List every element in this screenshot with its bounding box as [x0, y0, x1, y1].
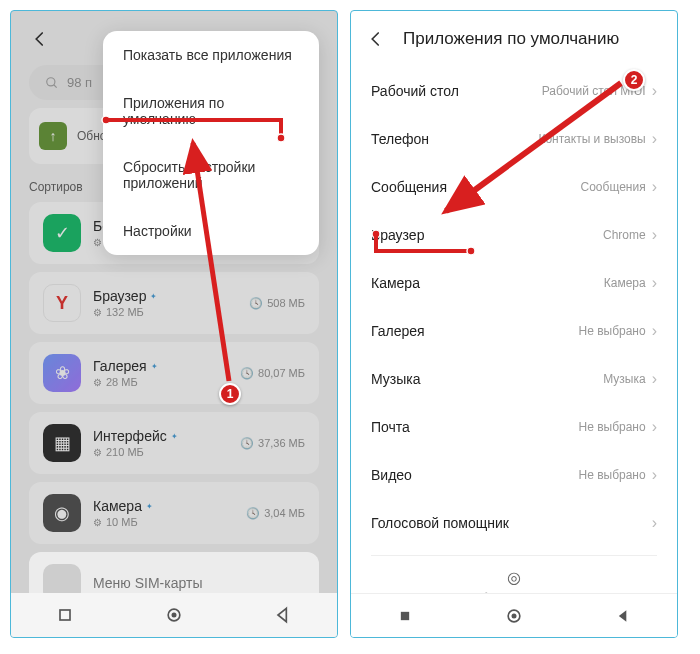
- row-phone[interactable]: ТелефонКонтакты и вызовы›: [371, 115, 657, 163]
- menu-item-settings[interactable]: Настройки: [103, 207, 319, 255]
- reset-icon: ◎: [371, 568, 657, 587]
- header: Приложения по умолчанию: [351, 11, 677, 67]
- default-apps-list: Рабочий столРабочий стол MIUI› ТелефонКо…: [351, 67, 677, 611]
- row-gallery[interactable]: ГалереяНе выбрано›: [371, 307, 657, 355]
- row-messages[interactable]: СообщенияСообщения›: [371, 163, 657, 211]
- chevron-right-icon: ›: [652, 82, 657, 100]
- nav-home-icon[interactable]: [504, 606, 524, 626]
- phone-right: Приложения по умолчанию Рабочий столРабо…: [350, 10, 678, 638]
- svg-rect-6: [401, 611, 409, 619]
- nav-recent-icon[interactable]: [55, 605, 75, 625]
- row-assistant[interactable]: Голосовой помощник›: [371, 499, 657, 547]
- chevron-right-icon: ›: [652, 466, 657, 484]
- menu-item-default-apps[interactable]: Приложения по умолчанию: [103, 79, 319, 143]
- chevron-right-icon: ›: [652, 226, 657, 244]
- row-launcher[interactable]: Рабочий столРабочий стол MIUI›: [371, 67, 657, 115]
- svg-point-8: [511, 613, 516, 618]
- chevron-right-icon: ›: [652, 370, 657, 388]
- chevron-right-icon: ›: [652, 514, 657, 532]
- svg-rect-1: [60, 610, 70, 620]
- menu-item-reset-prefs[interactable]: Сбросить настройки приложений: [103, 143, 319, 207]
- row-camera[interactable]: КамераКамера›: [371, 259, 657, 307]
- chevron-right-icon: ›: [652, 178, 657, 196]
- nav-recent-icon[interactable]: [395, 606, 415, 626]
- nav-bar: [351, 593, 677, 637]
- nav-home-icon[interactable]: [164, 605, 184, 625]
- chevron-right-icon: ›: [652, 274, 657, 292]
- overflow-menu: Показать все приложения Приложения по ум…: [103, 31, 319, 255]
- page-title: Приложения по умолчанию: [403, 29, 619, 49]
- nav-back-icon[interactable]: [273, 605, 293, 625]
- chevron-right-icon: ›: [652, 418, 657, 436]
- row-video[interactable]: ВидеоНе выбрано›: [371, 451, 657, 499]
- chevron-right-icon: ›: [652, 130, 657, 148]
- nav-back-icon[interactable]: [613, 606, 633, 626]
- back-icon[interactable]: [367, 29, 387, 49]
- nav-bar: [11, 593, 337, 637]
- menu-item-show-all[interactable]: Показать все приложения: [103, 31, 319, 79]
- chevron-right-icon: ›: [652, 322, 657, 340]
- row-mail[interactable]: ПочтаНе выбрано›: [371, 403, 657, 451]
- row-music[interactable]: МузыкаМузыка›: [371, 355, 657, 403]
- row-browser[interactable]: БраузерChrome›: [371, 211, 657, 259]
- svg-point-3: [171, 613, 176, 618]
- phone-left: 98 п ↑ Обновить Сортиров ✓ Безопасность✦…: [10, 10, 338, 638]
